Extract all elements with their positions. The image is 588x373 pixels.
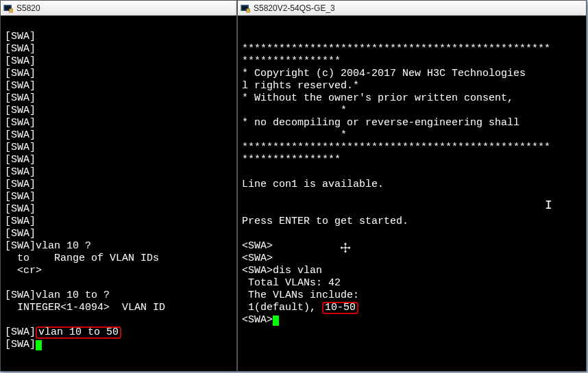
term-line: * Without the owner's prior written cons… — [242, 92, 519, 104]
term-line: [SWA] — [5, 92, 36, 104]
terminal-output-left[interactable]: [SWA] [SWA] [SWA] [SWA] [SWA] [SWA] [SWA… — [1, 16, 236, 371]
terminal-window-left[interactable]: S5820 [SWA] [SWA] [SWA] [SWA] [SWA] [SWA… — [0, 0, 237, 372]
term-line: * Copyright (c) 2004-2017 New H3C Techno… — [242, 68, 526, 79]
term-line: [SWA] — [5, 129, 36, 141]
putty-icon — [3, 3, 13, 13]
term-line: [SWA] — [5, 179, 36, 190]
term-line: The VLANs include: — [242, 290, 359, 301]
term-line-vlan: 1(default), 10-50 — [242, 302, 358, 313]
term-line: * — [242, 129, 347, 141]
term-line: INTEGER<1-4094> VLAN ID — [5, 302, 165, 313]
term-line: [SWA] — [5, 166, 36, 178]
terminal-window-right[interactable]: S5820V2-54QS-GE_3 **********************… — [237, 0, 587, 372]
titlebar-left[interactable]: S5820 — [1, 1, 236, 16]
term-line: ****************************************… — [242, 43, 550, 55]
term-line: Total VLANs: 42 — [242, 277, 341, 289]
vlan-prefix: 1(default), — [242, 302, 322, 313]
term-line: <cr> — [5, 265, 42, 276]
terminal-output-right[interactable]: ****************************************… — [238, 16, 586, 371]
text-caret-icon: I — [545, 199, 552, 211]
term-line: [SWA] — [5, 228, 36, 240]
prompt: [SWA] — [5, 326, 36, 338]
term-line: <SWA> — [242, 253, 273, 264]
highlight-vlan-range-cmd: vlan 10 to 50 — [36, 326, 121, 339]
term-line: [SWA] — [5, 80, 36, 92]
term-line-final: [SWA] — [5, 339, 42, 350]
cursor — [273, 316, 279, 326]
term-line: [SWA] — [5, 117, 36, 129]
term-line: <SWA> — [242, 240, 273, 252]
term-line: Press ENTER to get started. — [242, 216, 408, 227]
term-line: ****************************************… — [242, 142, 550, 153]
cursor — [36, 340, 42, 350]
term-line: Line con1 is available. — [242, 179, 384, 190]
term-line: <SWA>dis vlan — [242, 265, 322, 276]
prompt: <SWA> — [242, 314, 273, 326]
term-line: * — [242, 105, 347, 116]
term-line: * no decompiling or reverse-engineering … — [242, 117, 519, 129]
term-line: [SWA]vlan 10 ? — [5, 240, 91, 252]
window-title-right: S5820V2-54QS-GE_3 — [254, 3, 335, 13]
titlebar-right[interactable]: S5820V2-54QS-GE_3 — [238, 1, 586, 16]
term-line: **************** — [242, 154, 341, 166]
svg-rect-2 — [10, 8, 13, 12]
putty-icon — [241, 3, 250, 13]
term-line: to Range of VLAN IDs — [5, 253, 159, 264]
term-line: l rights reserved.* — [242, 80, 359, 92]
term-line: [SWA] — [5, 31, 36, 42]
term-line-highlight: [SWA]vlan 10 to 50 — [5, 326, 121, 338]
term-line: [SWA] — [5, 191, 36, 203]
move-cursor-icon — [339, 242, 352, 254]
term-line: [SWA] — [5, 105, 36, 116]
term-line: [SWA] — [5, 43, 36, 55]
term-line: [SWA] — [5, 55, 36, 67]
term-line: [SWA] — [5, 216, 36, 227]
window-title-left: S5820 — [16, 3, 40, 13]
term-line: [SWA]vlan 10 to ? — [5, 290, 110, 301]
prompt: [SWA] — [5, 339, 36, 350]
term-line-final: <SWA> — [242, 314, 279, 326]
term-line: **************** — [242, 55, 341, 67]
svg-marker-6 — [340, 242, 351, 253]
term-line: [SWA] — [5, 154, 36, 166]
term-line: [SWA] — [5, 68, 36, 79]
highlight-vlan-range: 10-50 — [322, 302, 358, 314]
svg-rect-5 — [247, 8, 250, 12]
term-line: [SWA] — [5, 203, 36, 215]
term-line: [SWA] — [5, 142, 36, 153]
